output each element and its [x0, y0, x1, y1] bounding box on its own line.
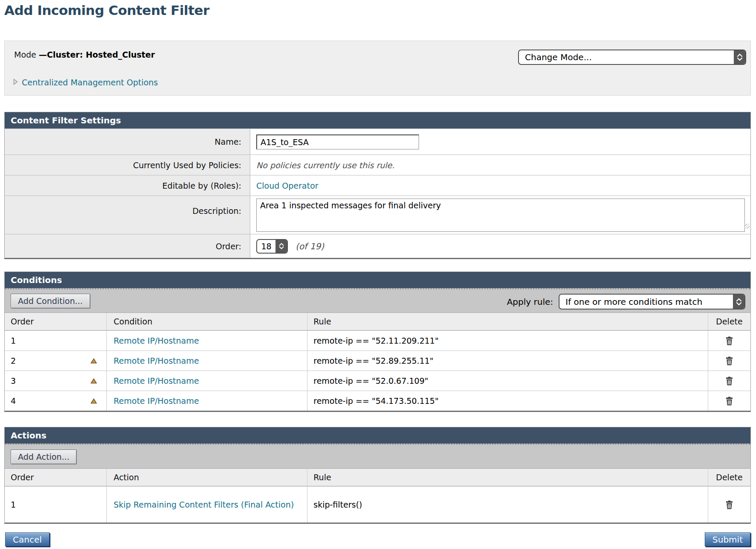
order-row: Order: 18 (of 19) [5, 234, 750, 258]
column-header-condition: Condition [106, 313, 307, 330]
chevron-up-down-icon [275, 240, 287, 253]
content-filter-settings-header: Content Filter Settings [5, 112, 750, 128]
move-up-icon[interactable] [91, 358, 97, 364]
actions-header: Actions [5, 427, 750, 444]
page-title: Add Incoming Content Filter [4, 3, 209, 18]
name-input[interactable] [256, 134, 419, 149]
apply-rule-label: Apply rule: [507, 289, 553, 314]
column-header-order: Order [5, 473, 106, 482]
conditions-toolbar: Add Condition... Apply rule: If one or m… [5, 288, 750, 312]
rule-text: skip-filters() [314, 500, 362, 509]
cancel-button[interactable]: Cancel [5, 532, 50, 546]
move-up-icon[interactable] [91, 378, 97, 384]
condition-link[interactable]: Remote IP/Hostname [114, 336, 199, 345]
roles-link[interactable]: Cloud Operator [256, 181, 318, 190]
column-header-delete: Delete [708, 469, 750, 486]
policies-value: No policies currently use this rule. [256, 161, 395, 170]
table-row: 3 Remote IP/Hostname remote-ip == "52.0.… [5, 371, 750, 391]
order-select[interactable]: 18 [256, 239, 288, 254]
rule-text: remote-ip == "52.89.255.11" [314, 356, 434, 365]
description-row: Description: Area 1 inspected messages f… [5, 196, 750, 234]
table-row: 4 Remote IP/Hostname remote-ip == "54.17… [5, 391, 750, 411]
column-header-rule: Rule [307, 469, 708, 486]
delete-icon[interactable] [724, 336, 734, 346]
delete-icon[interactable] [724, 500, 734, 510]
table-row: 1 Skip Remaining Content Filters (Final … [5, 486, 750, 523]
row-order: 1 [11, 500, 16, 509]
row-order: 4 [11, 396, 16, 406]
policies-row: Currently Used by Policies: No policies … [5, 155, 750, 175]
condition-link[interactable]: Remote IP/Hostname [114, 376, 199, 385]
apply-rule-select[interactable]: If one or more conditions match [559, 294, 745, 310]
submit-button[interactable]: Submit [705, 532, 750, 546]
disclosure-triangle-icon[interactable] [13, 79, 18, 87]
rule-text: remote-ip == "52.0.67.109" [314, 376, 428, 385]
rule-text: remote-ip == "52.11.209.211" [314, 336, 439, 345]
order-label: Order: [5, 234, 250, 258]
change-mode-select-value: Change Mode... [519, 50, 734, 64]
conditions-header: Conditions [5, 272, 750, 288]
mode-panel: Mode —Cluster: Hosted_Cluster Change Mod… [4, 41, 751, 96]
condition-link[interactable]: Remote IP/Hostname [114, 396, 199, 406]
rule-text: remote-ip == "54.173.50.115" [314, 396, 439, 406]
name-label: Name: [5, 129, 250, 155]
content-filter-settings-panel: Content Filter Settings Name: Currently … [4, 112, 751, 259]
name-row: Name: [5, 128, 750, 155]
conditions-panel: Conditions Add Condition... Apply rule: … [4, 272, 751, 412]
delete-icon[interactable] [724, 396, 734, 406]
row-order: 2 [11, 356, 16, 365]
centralized-management-options-link[interactable]: Centralized Management Options [22, 78, 158, 87]
mode-value: —Cluster: Hosted_Cluster [39, 50, 155, 59]
actions-toolbar: Add Action... [5, 444, 750, 468]
row-order: 1 [11, 336, 16, 345]
column-header-rule: Rule [307, 313, 708, 330]
add-condition-button[interactable]: Add Condition... [11, 294, 90, 308]
description-textarea[interactable]: Area 1 inspected messages for final deli… [256, 199, 745, 232]
chevron-up-down-icon [734, 50, 745, 64]
add-action-button[interactable]: Add Action... [11, 450, 76, 464]
actions-table-header: Order Action Rule Delete [5, 468, 750, 486]
order-total: (of 19) [296, 241, 324, 251]
table-row: 1 Remote IP/Hostname remote-ip == "52.11… [5, 330, 750, 350]
move-up-icon[interactable] [91, 398, 97, 404]
mode-line: Mode —Cluster: Hosted_Cluster [14, 50, 155, 59]
chevron-up-down-icon [733, 295, 744, 309]
delete-icon[interactable] [724, 376, 734, 386]
apply-rule-select-value: If one or more conditions match [560, 295, 733, 309]
table-row: 2 Remote IP/Hostname remote-ip == "52.89… [5, 350, 750, 371]
column-header-delete: Delete [708, 313, 750, 330]
description-label: Description: [5, 196, 250, 234]
mode-label: Mode [14, 50, 39, 59]
order-select-value: 18 [257, 240, 275, 253]
roles-row: Editable by (Roles): Cloud Operator [5, 175, 750, 196]
action-link[interactable]: Skip Remaining Content Filters (Final Ac… [114, 499, 294, 510]
column-header-order: Order [5, 317, 106, 326]
row-order: 3 [11, 376, 16, 385]
resize-grip-icon[interactable] [744, 224, 750, 229]
actions-panel: Actions Add Action... Order Action Rule … [4, 427, 751, 524]
add-incoming-content-filter-page: Add Incoming Content Filter Mode —Cluste… [0, 0, 756, 549]
change-mode-select[interactable]: Change Mode... [518, 50, 746, 65]
roles-label: Editable by (Roles): [5, 175, 250, 196]
column-header-action: Action [106, 469, 307, 486]
conditions-table-header: Order Condition Rule Delete [5, 312, 750, 330]
condition-link[interactable]: Remote IP/Hostname [114, 356, 199, 365]
policies-label: Currently Used by Policies: [5, 155, 250, 175]
delete-icon[interactable] [724, 356, 734, 366]
centralized-management-options-row: Centralized Management Options [13, 78, 158, 87]
